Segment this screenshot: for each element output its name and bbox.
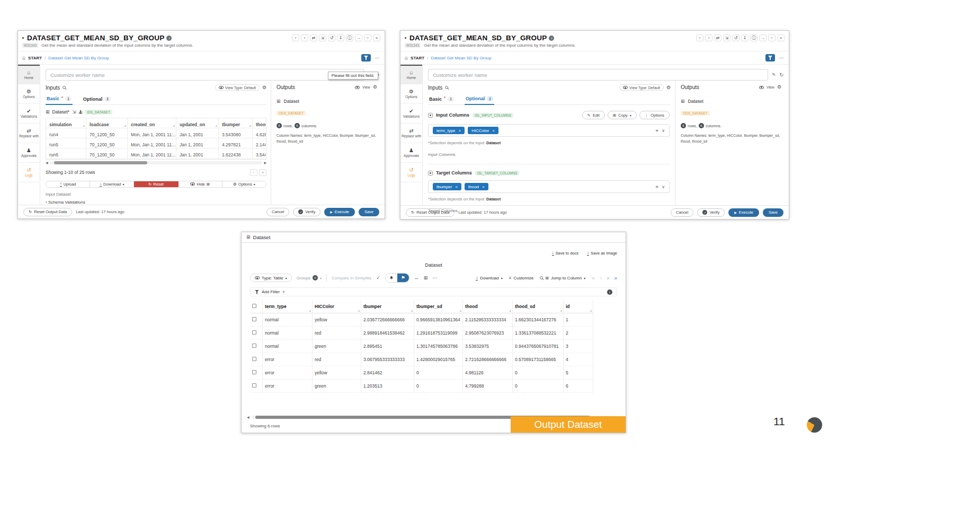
chevron-right-icon[interactable]: › (301, 34, 308, 41)
reset-button[interactable]: ↻ Reset (134, 181, 178, 187)
scroll-right-icon[interactable]: ▶ (264, 161, 266, 164)
column-header[interactable]: updated_on (176, 118, 219, 128)
chip-remove-icon[interactable]: × (482, 185, 485, 189)
view-toggle[interactable]: View (362, 85, 370, 89)
column-resize-handle[interactable] (590, 310, 592, 312)
column-header[interactable]: created_on (128, 118, 176, 128)
chevron-down-icon[interactable]: ∨ (662, 185, 665, 189)
home-icon[interactable]: ⌂ (22, 55, 25, 60)
scroll-left-icon[interactable]: ◀ (247, 416, 250, 419)
tab-basic[interactable]: Basic * 1 (46, 94, 73, 105)
add-filter-plus[interactable]: + (282, 289, 285, 294)
sidebar-item-validations[interactable]: ✔Validations (18, 104, 40, 124)
breadcrumb-start[interactable]: START (411, 56, 424, 60)
row-checkbox-cell[interactable] (250, 327, 263, 340)
flag-icon[interactable]: ⚑ (397, 274, 409, 282)
swap-icon[interactable]: ⇄ (310, 34, 317, 41)
copy-icon[interactable]: ⊞ (424, 275, 428, 280)
chevron-down-icon[interactable]: ∨ (662, 128, 665, 133)
column-resize-handle[interactable] (124, 125, 126, 127)
info-icon[interactable]: ⓘ (750, 34, 758, 41)
row-checkbox-cell[interactable] (250, 380, 263, 393)
row-checkbox[interactable] (252, 357, 256, 361)
chip-remove-icon[interactable]: × (492, 128, 495, 133)
collapse-icon[interactable] (428, 113, 433, 118)
column-header[interactable]: thood (463, 300, 513, 313)
add-column-icon[interactable]: + (655, 184, 658, 190)
first-page-icon[interactable]: « (592, 275, 595, 281)
view-type-pill[interactable]: View Type: Default (619, 84, 664, 91)
column-header[interactable]: id (564, 300, 593, 313)
gear-icon[interactable]: ⚙ (666, 85, 671, 90)
column-chip[interactable]: thood× (465, 183, 488, 190)
chip-remove-icon[interactable]: × (459, 128, 461, 133)
scrollbar-thumb[interactable] (54, 161, 148, 164)
execute-button[interactable]: ▶ Execute (324, 208, 355, 216)
arrow-right-icon[interactable]: → (355, 34, 362, 41)
sidebar-item-options[interactable]: ⚙Options (18, 84, 40, 104)
column-resize-handle[interactable] (249, 125, 251, 127)
sidebar-item-options[interactable]: ⚙Options (400, 84, 422, 104)
download-icon[interactable]: ↧ (741, 34, 749, 41)
save-to-docs-button[interactable]: ↓ Save to docs (552, 251, 578, 256)
collapse-panel-icon[interactable]: — (373, 55, 380, 60)
row-checkbox-cell[interactable] (250, 366, 263, 380)
type-table-dropdown[interactable]: Type: Table▾ (250, 274, 292, 282)
swap-icon[interactable]: ⇄ (714, 34, 721, 41)
execute-button[interactable]: ▶ Execute (728, 208, 759, 217)
search-icon[interactable] (63, 86, 66, 89)
next-page-button[interactable]: › (259, 169, 266, 176)
customize-button[interactable]: ≡ Customize (509, 276, 533, 280)
worker-name-input[interactable] (46, 69, 364, 81)
copy-button[interactable]: ⊞ Copy▾ (608, 111, 637, 119)
bar-chart-icon[interactable] (79, 110, 83, 114)
column-header[interactable]: thood_sd (513, 300, 564, 313)
column-resize-handle[interactable] (560, 310, 562, 312)
row-checkbox[interactable] (252, 330, 256, 335)
info-icon[interactable]: i (607, 289, 612, 295)
tab-optional[interactable]: Optional 2 (465, 94, 494, 105)
row-checkbox-cell[interactable] (250, 353, 263, 366)
close-icon[interactable]: × (777, 34, 785, 41)
row-checkbox[interactable] (252, 317, 256, 321)
last-page-icon[interactable]: » (614, 275, 617, 281)
download-button[interactable]: ↓ Download▾ (90, 181, 134, 187)
column-chip[interactable]: tbumper× (433, 183, 461, 190)
view-toggle[interactable]: View (767, 85, 774, 89)
verify-button[interactable]: ✓ Verify (697, 208, 725, 217)
sidebar-item-replace-with[interactable]: ⇄Replace with (18, 124, 40, 143)
expand-icon[interactable]: ⇲ (723, 34, 730, 41)
column-header[interactable]: simulation (46, 118, 86, 128)
gear-icon[interactable]: ⚙ (777, 85, 781, 90)
jump-to-column-dropdown[interactable]: ⊞ Jump to Column▾ (540, 276, 585, 280)
minimize-icon[interactable]: − (768, 34, 776, 41)
expand-icon[interactable]: ⇲ (319, 34, 326, 41)
edit-icon[interactable]: ✎ (772, 73, 776, 77)
sidebar-item-logs[interactable]: ↺Logs (400, 163, 422, 182)
groups-dropdown[interactable]: Groups 0 ▾ (297, 275, 322, 280)
sidebar-item-replace-with[interactable]: ⇄Replace with (400, 124, 422, 143)
column-resize-handle[interactable] (265, 125, 266, 127)
breadcrumb-current-link[interactable]: Dataset Get Mean SD By Group (431, 56, 491, 60)
download-dropdown[interactable]: ↓ Download▾ (476, 276, 503, 280)
breadcrumb-start[interactable]: START (28, 56, 42, 60)
expand-icon[interactable]: ⇲ (72, 110, 76, 115)
row-checkbox-cell[interactable] (250, 313, 263, 327)
gear-icon[interactable]: ⚙ (373, 85, 377, 90)
save-as-image-button[interactable]: ↓ Save as Image (587, 251, 617, 256)
breadcrumb-current-link[interactable]: Dataset Get Mean SD By Group (48, 56, 109, 60)
next-page-icon[interactable]: › (607, 275, 609, 281)
cancel-button[interactable]: Cancel (671, 208, 693, 217)
column-resize-handle[interactable] (215, 125, 217, 127)
undo-icon[interactable]: ↺ (328, 34, 335, 41)
options-button[interactable]: ⋮ Options (639, 111, 670, 119)
column-resize-handle[interactable] (459, 310, 461, 312)
cancel-button[interactable]: Cancel (266, 208, 289, 216)
prev-page-icon[interactable]: ‹ (600, 275, 602, 281)
column-resize-handle[interactable] (358, 310, 360, 312)
sidebar-item-home[interactable]: ⌂Home (400, 65, 422, 84)
add-filter-bar[interactable]: Add Filter + i (250, 287, 617, 296)
minimize-icon[interactable]: − (364, 34, 371, 41)
collapse-panel-icon[interactable]: — (778, 55, 785, 60)
sidebar-item-logs[interactable]: ↺Logs (18, 163, 40, 182)
